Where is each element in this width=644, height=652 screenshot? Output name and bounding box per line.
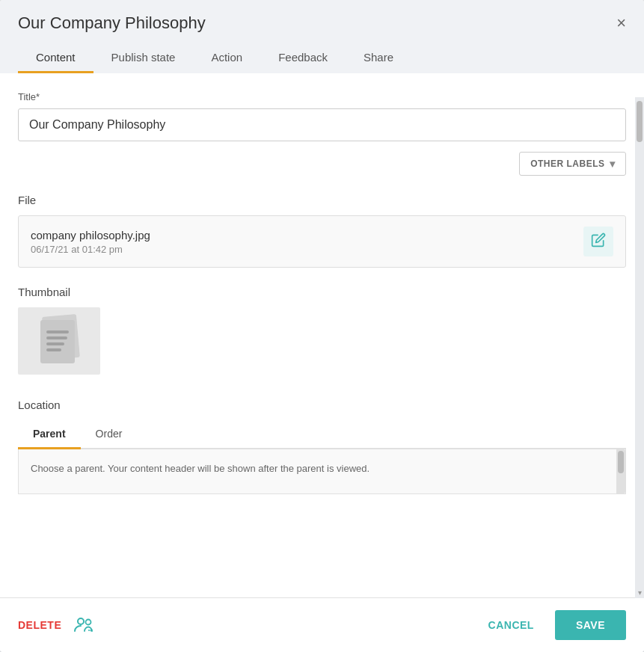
tab-action[interactable]: Action	[193, 43, 260, 73]
modal-scrollbar[interactable]: ▾	[635, 97, 644, 598]
close-button[interactable]: ×	[616, 15, 626, 31]
location-tab-bar: Parent Order	[18, 420, 626, 449]
location-scrollbar-thumb	[618, 451, 624, 473]
modal-body: Title* OTHER LABELS ▾ File company philo…	[0, 73, 644, 597]
file-section-label: File	[18, 194, 626, 206]
edit-file-button[interactable]	[583, 227, 613, 256]
tab-bar: Content Publish state Action Feedback Sh…	[18, 43, 626, 73]
tab-publish-state[interactable]: Publish state	[93, 43, 194, 73]
tab-content[interactable]: Content	[18, 43, 93, 73]
svg-rect-5	[46, 348, 61, 351]
location-tab-parent[interactable]: Parent	[18, 420, 81, 449]
chevron-down-icon: ▾	[610, 158, 616, 170]
modal-footer: DELETE CANCEL SAVE	[0, 597, 644, 652]
other-labels-row: OTHER LABELS ▾	[18, 152, 626, 176]
location-label: Location	[18, 399, 626, 411]
svg-rect-2	[46, 330, 69, 333]
modal-title-row: Our Company Philosophy ×	[18, 13, 626, 33]
location-section: Location Parent Order Choose a parent. Y…	[18, 399, 626, 494]
cancel-button[interactable]: CANCEL	[476, 612, 546, 639]
delete-button[interactable]: DELETE	[18, 619, 61, 631]
svg-point-8	[91, 630, 93, 632]
footer-left: DELETE	[18, 616, 94, 634]
file-info: company philosophy.jpg 06/17/21 at 01:42…	[31, 229, 150, 255]
modal-header: Our Company Philosophy × Content Publish…	[0, 0, 644, 73]
thumbnail-image	[18, 307, 100, 375]
thumbnail-section: Thumbnail	[18, 286, 626, 375]
location-tab-order[interactable]: Order	[81, 420, 138, 449]
svg-rect-3	[46, 336, 67, 339]
svg-point-6	[78, 618, 84, 624]
file-name: company philosophy.jpg	[31, 229, 150, 242]
person-icon[interactable]	[73, 616, 94, 634]
scrollbar-down-arrow[interactable]: ▾	[638, 588, 642, 597]
location-hint: Choose a parent. Your content header wil…	[31, 463, 369, 474]
save-button[interactable]: SAVE	[555, 610, 626, 640]
svg-point-7	[86, 620, 91, 625]
file-box: company philosophy.jpg 06/17/21 at 01:42…	[18, 215, 626, 268]
footer-right: CANCEL SAVE	[476, 610, 626, 640]
svg-rect-1	[40, 320, 75, 363]
modal-scrollbar-thumb	[637, 101, 643, 142]
tab-share[interactable]: Share	[346, 43, 411, 73]
location-body: Choose a parent. Your content header wil…	[18, 449, 626, 494]
file-date: 06/17/21 at 01:42 pm	[31, 244, 150, 255]
modal-dialog: Our Company Philosophy × Content Publish…	[0, 0, 644, 652]
thumbnail-label: Thumbnail	[18, 286, 626, 298]
other-labels-text: OTHER LABELS	[530, 159, 604, 169]
other-labels-button[interactable]: OTHER LABELS ▾	[519, 152, 626, 176]
svg-rect-4	[46, 342, 64, 345]
location-scrollbar[interactable]	[616, 449, 625, 493]
tab-feedback[interactable]: Feedback	[260, 43, 346, 73]
pencil-icon	[591, 233, 606, 251]
title-label: Title*	[18, 91, 626, 102]
modal-title: Our Company Philosophy	[18, 13, 206, 33]
title-input[interactable]	[18, 108, 626, 141]
